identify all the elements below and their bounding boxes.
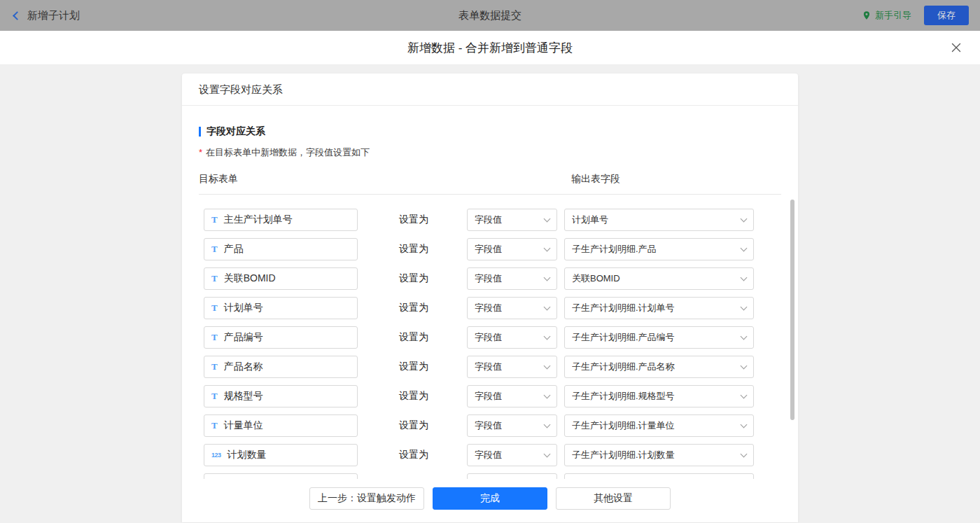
beginner-guide-link[interactable]: 新手引导	[862, 9, 911, 22]
field-type-icon: T	[211, 302, 218, 314]
value-mode-select[interactable]: 字段值	[467, 209, 557, 231]
chevron-down-icon	[544, 450, 551, 457]
required-mark: *	[199, 147, 202, 158]
panel-footer: 上一步：设置触发动作 完成 其他设置	[182, 479, 798, 522]
output-field-select[interactable]: 子生产计划明细.计划单号	[564, 297, 754, 319]
chevron-down-icon	[741, 450, 748, 457]
guide-label[interactable]: 新手引导	[875, 9, 911, 22]
field-name: 计划数量	[227, 449, 267, 461]
back-label[interactable]: 新增子计划	[27, 9, 80, 22]
field-type-icon: T	[211, 273, 218, 284]
mapping-row: T 产品编号 设置为 字段值 子生产计划明细.产品编号	[199, 326, 781, 349]
value-mode-select[interactable]: 字段值	[467, 238, 557, 260]
chevron-down-icon	[544, 303, 551, 310]
modal-content: 设置字段对应关系 字段对应关系 *在目标表单中新增数据，字段值设置如下 目标表单…	[0, 74, 980, 523]
set-as-label: 设置为	[399, 390, 428, 403]
output-select-value: 计划单号	[572, 214, 608, 226]
target-field-box: T 产品	[204, 238, 358, 260]
field-type-icon: T	[211, 214, 218, 225]
output-field-select[interactable]: 关联BOMID	[564, 267, 754, 290]
chevron-down-icon	[544, 244, 551, 251]
output-field-select[interactable]: 子生产计划明细.计划数量	[564, 444, 754, 466]
mode-select-value: 字段值	[475, 272, 502, 285]
value-mode-select[interactable]: 字段值	[467, 444, 557, 466]
value-mode-select[interactable]: 字段值	[467, 267, 557, 290]
mapping-row: T 计划单号 设置为 字段值 子生产计划明细.计划单号	[199, 297, 781, 319]
chevron-down-icon	[741, 421, 748, 428]
mapping-row: 123 计划数量 设置为 字段值 子生产计划明细.计划数量	[199, 444, 781, 466]
target-field-box: T 主生产计划单号	[204, 209, 358, 231]
output-field-select[interactable]: 子生产计划明细.计量单位	[564, 414, 754, 437]
output-select-value: 子生产计划明细.产品	[572, 243, 657, 256]
section-title-text: 字段对应关系	[206, 125, 265, 138]
value-mode-select[interactable]: 字段值	[467, 356, 557, 378]
set-as-label: 设置为	[399, 214, 428, 226]
value-mode-select[interactable]: 字段值	[467, 385, 557, 407]
chevron-down-icon	[741, 215, 748, 222]
section-title: 字段对应关系	[199, 125, 781, 138]
mode-select-value: 字段值	[475, 302, 502, 314]
chevron-down-icon	[741, 303, 748, 310]
mapping-row: T 产品 设置为 字段值 子生产计划明细.产品	[199, 238, 781, 260]
mapping-row: T 计量单位 设置为 字段值 子生产计划明细.计量单位	[199, 414, 781, 437]
mode-select-value: 字段值	[475, 390, 502, 403]
field-type-icon: T	[211, 332, 218, 343]
output-select-value: 子生产计划明细.产品编号	[572, 331, 675, 344]
mapping-rows: T 主生产计划单号 设置为 字段值 计划单号 T 产品 设置为 字段值 子生产计…	[199, 209, 781, 485]
output-select-value: 子生产计划明细.规格型号	[572, 390, 675, 403]
mode-select-value: 字段值	[475, 214, 502, 226]
chevron-down-icon	[741, 274, 748, 281]
back-button[interactable]: 新增子计划	[11, 9, 80, 22]
output-select-value: 子生产计划明细.计划单号	[572, 302, 675, 314]
chevron-down-icon	[544, 333, 551, 340]
chevron-down-icon	[741, 362, 748, 369]
output-field-select[interactable]: 子生产计划明细.产品编号	[564, 326, 754, 349]
field-name: 关联BOMID	[224, 272, 276, 285]
done-button[interactable]: 完成	[433, 487, 547, 510]
mapping-row: T 主生产计划单号 设置为 字段值 计划单号	[199, 209, 781, 231]
value-mode-select[interactable]: 字段值	[467, 297, 557, 319]
save-button[interactable]: 保存	[924, 6, 969, 25]
field-name: 主生产计划单号	[224, 214, 293, 226]
field-name: 计划单号	[224, 302, 263, 314]
field-type-icon: 123	[211, 452, 221, 459]
set-as-label: 设置为	[399, 331, 428, 344]
mode-select-value: 字段值	[475, 361, 502, 373]
modal-title: 新增数据 - 合并新增到普通字段	[407, 40, 573, 56]
chevron-down-icon	[544, 391, 551, 398]
output-select-value: 关联BOMID	[572, 272, 620, 285]
field-type-icon: T	[211, 420, 218, 431]
panel-body: 字段对应关系 *在目标表单中新增数据，字段值设置如下 目标表单 输出表字段 T …	[182, 106, 798, 485]
mapping-row: T 产品名称 设置为 字段值 子生产计划明细.产品名称	[199, 356, 781, 378]
field-name: 产品编号	[224, 331, 263, 344]
mode-select-value: 字段值	[475, 243, 502, 256]
close-icon[interactable]	[951, 42, 962, 53]
previous-step-button[interactable]: 上一步：设置触发动作	[309, 487, 424, 510]
output-select-value: 子生产计划明细.计量单位	[572, 419, 675, 432]
output-field-select[interactable]: 子生产计划明细.规格型号	[564, 385, 754, 407]
output-field-select[interactable]: 子生产计划明细.产品	[564, 238, 754, 260]
field-name: 产品名称	[224, 361, 263, 373]
field-mapping-panel: 设置字段对应关系 字段对应关系 *在目标表单中新增数据，字段值设置如下 目标表单…	[182, 74, 798, 522]
chevron-down-icon	[544, 274, 551, 281]
target-field-box: T 产品名称	[204, 356, 358, 378]
output-field-select[interactable]: 计划单号	[564, 209, 754, 231]
target-field-box: T 关联BOMID	[204, 267, 358, 290]
mode-select-value: 字段值	[475, 331, 502, 344]
topbar: 新增子计划 表单数据提交 新手引导 保存	[0, 0, 980, 31]
set-as-label: 设置为	[399, 302, 428, 314]
chevron-down-icon	[741, 391, 748, 398]
output-select-value: 子生产计划明细.计划数量	[572, 449, 675, 461]
set-as-label: 设置为	[399, 361, 428, 373]
output-field-select[interactable]: 子生产计划明细.产品名称	[564, 356, 754, 378]
target-field-box: T 计划单号	[204, 297, 358, 319]
chevron-down-icon	[741, 244, 748, 251]
scrollbar-thumb[interactable]	[790, 200, 794, 420]
set-as-label: 设置为	[399, 419, 428, 432]
column-header-output-field: 输出表字段	[571, 173, 620, 186]
other-settings-button[interactable]: 其他设置	[556, 487, 671, 510]
chevron-down-icon	[544, 362, 551, 369]
field-name: 规格型号	[224, 390, 263, 403]
value-mode-select[interactable]: 字段值	[467, 326, 557, 349]
value-mode-select[interactable]: 字段值	[467, 414, 557, 437]
